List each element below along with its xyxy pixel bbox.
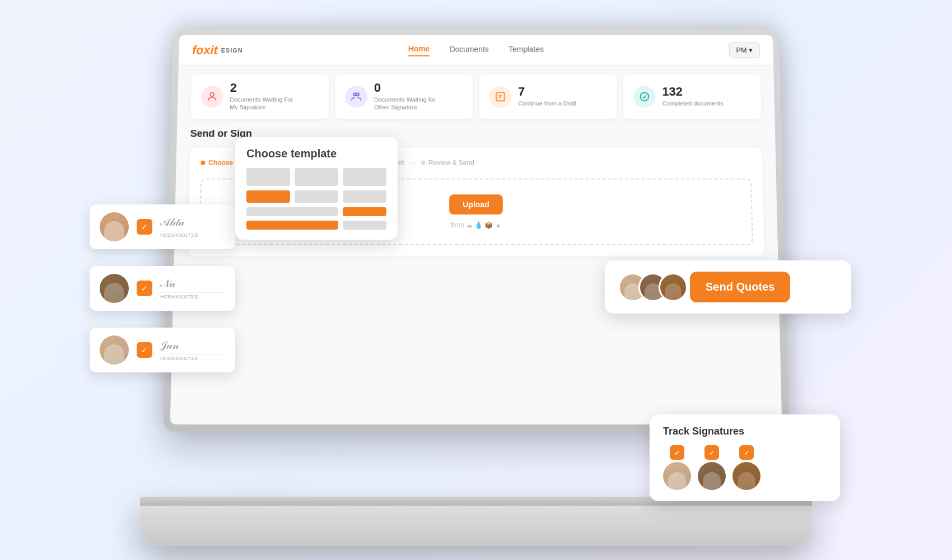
template-block-3 bbox=[343, 168, 386, 186]
track-avatar-2 bbox=[698, 462, 726, 490]
signer-id-2: HCEWKS0J73J0 bbox=[160, 294, 225, 300]
stats-row: 2 Documents Waiting ForMy Signature 0 Do… bbox=[177, 66, 775, 128]
stat-info-completed: 132 Completed documents bbox=[662, 86, 724, 107]
signer-avatar-2 bbox=[100, 274, 129, 303]
signer-signature-2: 𝒩𝓊 bbox=[160, 277, 225, 293]
template-card-title: Choose template bbox=[246, 147, 386, 160]
signer-check-1: ✓ bbox=[137, 219, 152, 235]
template-grid bbox=[246, 168, 386, 230]
signer-card-2: ✓ 𝒩𝓊 HCEWKS0J73J0 bbox=[90, 266, 235, 311]
track-avatar-1 bbox=[663, 462, 691, 490]
template-block-9 bbox=[246, 221, 338, 230]
signer-check-3: ✓ bbox=[137, 342, 152, 358]
signer-signature-3: 𝒥𝓊𝓃 bbox=[160, 339, 225, 354]
nav-documents[interactable]: Documents bbox=[450, 45, 489, 55]
workflow-step-review[interactable]: Review & Send bbox=[421, 158, 474, 166]
stat-label-completed: Completed documents bbox=[662, 100, 724, 108]
nav-links: Home Documents Templates bbox=[408, 44, 544, 56]
stat-info-waiting-other: 0 Documents Waiting forOther Signature bbox=[374, 82, 436, 111]
avatar-3 bbox=[659, 273, 688, 302]
svg-point-0 bbox=[211, 92, 214, 96]
app-navbar: foxit ESIGN Home Documents Templates PM … bbox=[179, 35, 773, 66]
signer-avatar-1 bbox=[100, 212, 129, 241]
stat-info-draft: 7 Continue from a Draft bbox=[518, 86, 576, 107]
signer-sig-area-3: 𝒥𝓊𝓃 HCEWKS0J73J0 bbox=[160, 339, 225, 361]
stat-card-waiting-other[interactable]: 0 Documents Waiting forOther Signature bbox=[335, 74, 473, 119]
template-block-8 bbox=[343, 207, 386, 216]
track-item-3: ✓ bbox=[732, 445, 760, 490]
laptop-base bbox=[140, 501, 812, 546]
stat-card-completed[interactable]: 132 Completed documents bbox=[623, 74, 762, 119]
track-item-2: ✓ bbox=[698, 445, 726, 490]
stat-number-waiting-other: 0 bbox=[374, 82, 436, 94]
svg-rect-3 bbox=[496, 92, 505, 101]
stat-label-waiting-mine: Documents Waiting ForMy Signature bbox=[230, 96, 293, 111]
avatar-stack bbox=[618, 273, 679, 302]
stat-icon-draft bbox=[489, 86, 512, 108]
send-quotes-card: Send Quotes bbox=[605, 260, 851, 314]
template-block-1 bbox=[246, 168, 290, 186]
nav-templates[interactable]: Templates bbox=[508, 45, 544, 55]
svg-point-2 bbox=[356, 93, 359, 96]
pm-dropdown-button[interactable]: PM ▾ bbox=[729, 42, 760, 58]
send-quotes-button[interactable]: Send Quotes bbox=[690, 272, 790, 302]
logo-text: foxit bbox=[192, 43, 218, 57]
track-check-3: ✓ bbox=[739, 445, 754, 460]
svg-point-4 bbox=[640, 92, 648, 101]
track-avatar-3 bbox=[732, 462, 760, 490]
stat-icon-waiting-mine bbox=[201, 86, 223, 108]
stat-icon-waiting-other bbox=[345, 86, 367, 108]
signer-check-2: ✓ bbox=[137, 281, 152, 296]
upload-content: Upload from ☁ 💧 📦 ▲ bbox=[449, 194, 502, 229]
upload-button[interactable]: Upload bbox=[449, 194, 502, 214]
nav-right: PM ▾ bbox=[729, 42, 760, 58]
track-avatars: ✓ ✓ ✓ bbox=[663, 445, 827, 490]
track-check-2: ✓ bbox=[704, 445, 719, 460]
template-block-10 bbox=[343, 221, 386, 230]
nav-home[interactable]: Home bbox=[408, 44, 430, 56]
stat-card-waiting-mine[interactable]: 2 Documents Waiting ForMy Signature bbox=[190, 74, 329, 119]
track-title: Track Signatures bbox=[663, 426, 827, 437]
template-block-5 bbox=[295, 190, 338, 203]
template-block-4 bbox=[246, 190, 290, 203]
track-signatures-card: Track Signatures ✓ ✓ ✓ bbox=[650, 414, 840, 501]
logo-container: foxit ESIGN bbox=[192, 43, 243, 57]
template-block-2 bbox=[295, 168, 338, 186]
stat-label-draft: Continue from a Draft bbox=[518, 100, 576, 108]
signer-id-1: HCEWKS0J73J0 bbox=[160, 232, 225, 238]
stat-info-waiting-mine: 2 Documents Waiting ForMy Signature bbox=[230, 82, 293, 111]
signer-sig-area-2: 𝒩𝓊 HCEWKS0J73J0 bbox=[160, 277, 225, 300]
track-item-1: ✓ bbox=[663, 445, 691, 490]
signer-sig-area-1: 𝒜𝓁𝒹𝒶 HCEWKS0J73J0 bbox=[160, 216, 225, 238]
template-block-7 bbox=[246, 207, 338, 216]
upload-from: from ☁ 💧 📦 ▲ bbox=[449, 221, 502, 229]
choose-template-card[interactable]: Choose template bbox=[235, 137, 398, 240]
logo-esign: ESIGN bbox=[221, 47, 243, 54]
signer-card-1: ✓ 𝒜𝓁𝒹𝒶 HCEWKS0J73J0 bbox=[90, 204, 235, 249]
template-block-6 bbox=[343, 190, 386, 203]
stat-number-draft: 7 bbox=[518, 86, 576, 98]
signer-signature-1: 𝒜𝓁𝒹𝒶 bbox=[160, 216, 225, 231]
track-check-1: ✓ bbox=[670, 445, 684, 460]
stat-label-waiting-other: Documents Waiting forOther Signature bbox=[374, 96, 436, 111]
signer-card-3: ✓ 𝒥𝓊𝓃 HCEWKS0J73J0 bbox=[90, 328, 235, 372]
main-scene: foxit ESIGN Home Documents Templates PM … bbox=[56, 14, 896, 546]
stat-icon-completed bbox=[633, 86, 656, 108]
stat-card-draft[interactable]: 7 Continue from a Draft bbox=[479, 74, 617, 119]
signer-id-3: HCEWKS0J73J0 bbox=[160, 356, 225, 361]
stat-number-completed: 132 bbox=[662, 86, 723, 98]
stat-number-waiting-mine: 2 bbox=[230, 82, 294, 94]
signer-avatar-3 bbox=[100, 335, 129, 365]
